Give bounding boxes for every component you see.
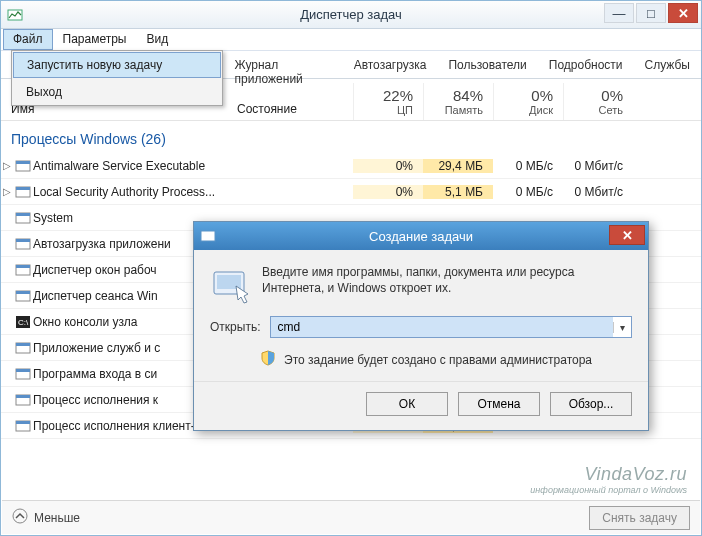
file-menu-exit[interactable]: Выход: [12, 79, 222, 105]
menu-file[interactable]: Файл: [3, 29, 53, 50]
process-icon: [13, 418, 33, 434]
admin-note: Это задание будет создано с правами адми…: [284, 353, 592, 367]
shield-icon: [260, 350, 276, 369]
memory-cell: 5,1 МБ: [423, 185, 493, 199]
process-icon: [13, 184, 33, 200]
open-combobox[interactable]: ▾: [270, 316, 632, 338]
expand-icon[interactable]: ▷: [1, 160, 13, 171]
dialog-title: Создание задачи: [369, 229, 473, 244]
cancel-button[interactable]: Отмена: [458, 392, 540, 416]
titlebar: Диспетчер задач — □ ✕: [1, 1, 701, 29]
svg-rect-22: [16, 421, 30, 424]
col-network[interactable]: 0%Сеть: [563, 83, 633, 120]
svg-rect-18: [16, 369, 30, 372]
combobox-chevron-icon[interactable]: ▾: [613, 322, 631, 333]
network-cell: 0 Мбит/с: [563, 185, 633, 199]
process-icon: [13, 288, 33, 304]
table-row[interactable]: ▷Local Security Authority Process...0%5,…: [1, 179, 701, 205]
run-dialog-icon: [210, 264, 250, 304]
file-menu-dropdown: Запустить новую задачу Выход: [11, 50, 223, 106]
menubar: Файл Параметры Вид: [1, 29, 701, 51]
window-controls: — □ ✕: [602, 3, 698, 23]
svg-rect-12: [16, 291, 30, 294]
svg-text:C:\: C:\: [18, 318, 29, 327]
console-icon: C:\: [13, 314, 33, 330]
svg-rect-6: [16, 213, 30, 216]
fewer-label: Меньше: [34, 511, 80, 525]
dialog-close-button[interactable]: ✕: [609, 225, 645, 245]
fewer-details-button[interactable]: Меньше: [12, 508, 80, 527]
chevron-up-icon: [12, 508, 28, 527]
svg-rect-0: [8, 10, 22, 20]
open-input[interactable]: [271, 317, 613, 337]
close-button[interactable]: ✕: [668, 3, 698, 23]
cpu-cell: 0%: [353, 159, 423, 173]
col-cpu[interactable]: 22%ЦП: [353, 83, 423, 120]
maximize-button[interactable]: □: [636, 3, 666, 23]
disk-cell: 0 МБ/с: [493, 159, 563, 173]
file-menu-run-task[interactable]: Запустить новую задачу: [13, 52, 221, 78]
col-state[interactable]: Состояние: [233, 98, 353, 120]
minimize-button[interactable]: —: [604, 3, 634, 23]
menu-view[interactable]: Вид: [136, 29, 178, 50]
expand-icon[interactable]: ▷: [1, 186, 13, 197]
tab-details[interactable]: Подробности: [538, 51, 634, 78]
open-label: Открыть:: [210, 320, 260, 334]
watermark: VindaVoz.ru информационный портал о Wind…: [530, 464, 687, 495]
dialog-titlebar[interactable]: Создание задачи ✕: [194, 222, 648, 250]
col-disk[interactable]: 0%Диск: [493, 83, 563, 120]
process-icon: [13, 340, 33, 356]
svg-rect-2: [16, 161, 30, 164]
tab-services[interactable]: Службы: [634, 51, 701, 78]
process-name: Local Security Authority Process...: [33, 185, 233, 199]
col-memory[interactable]: 84%Память: [423, 83, 493, 120]
svg-rect-8: [16, 239, 30, 242]
svg-rect-4: [16, 187, 30, 190]
tab-startup[interactable]: Автозагрузка: [343, 51, 438, 78]
process-icon: [13, 262, 33, 278]
process-icon: [13, 366, 33, 382]
table-row[interactable]: ▷Antimalware Service Executable0%29,4 МБ…: [1, 153, 701, 179]
process-icon: [13, 210, 33, 226]
app-icon: [7, 7, 23, 23]
disk-cell: 0 МБ/с: [493, 185, 563, 199]
window-title: Диспетчер задач: [300, 7, 402, 22]
svg-rect-16: [16, 343, 30, 346]
svg-rect-10: [16, 265, 30, 268]
network-cell: 0 Мбит/с: [563, 159, 633, 173]
browse-button[interactable]: Обзор...: [550, 392, 632, 416]
process-icon: [13, 392, 33, 408]
process-icon: [13, 158, 33, 174]
process-icon: [13, 236, 33, 252]
ok-button[interactable]: ОК: [366, 392, 448, 416]
create-task-dialog: Создание задачи ✕ Введите имя программы,…: [193, 221, 649, 431]
dialog-instruction: Введите имя программы, папки, документа …: [262, 264, 632, 304]
menu-options[interactable]: Параметры: [53, 29, 137, 50]
tab-app-history[interactable]: Журнал приложений: [224, 51, 343, 78]
svg-rect-24: [201, 231, 215, 241]
statusbar: Меньше Снять задачу: [2, 500, 700, 534]
cpu-cell: 0%: [353, 185, 423, 199]
svg-point-23: [13, 509, 27, 523]
process-group-header[interactable]: Процессы Windows (26): [1, 121, 701, 153]
tab-users[interactable]: Пользователи: [437, 51, 537, 78]
process-name: Antimalware Service Executable: [33, 159, 233, 173]
dialog-app-icon: [200, 228, 216, 247]
end-task-button[interactable]: Снять задачу: [589, 506, 690, 530]
svg-rect-20: [16, 395, 30, 398]
memory-cell: 29,4 МБ: [423, 159, 493, 173]
